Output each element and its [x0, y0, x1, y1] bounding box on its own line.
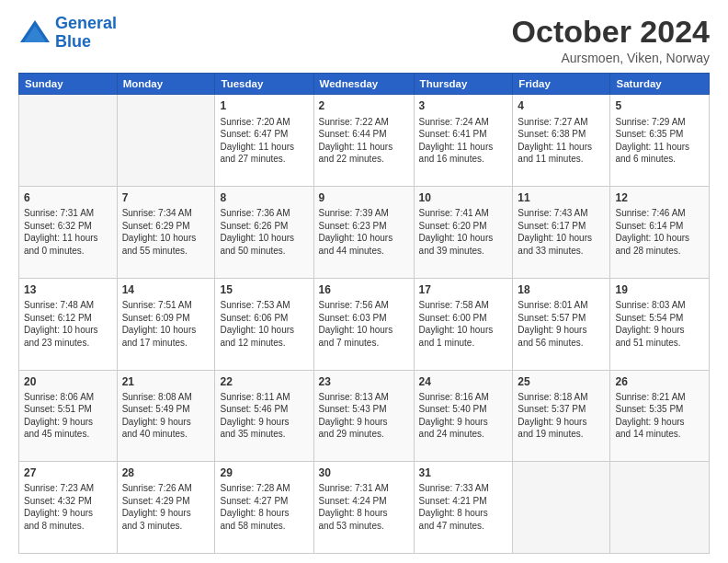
logo-text: General Blue: [55, 15, 117, 52]
week-row-1: 1Sunrise: 7:20 AM Sunset: 6:47 PM Daylig…: [19, 95, 710, 187]
logo-icon: [18, 17, 51, 50]
day-cell: 30Sunrise: 7:31 AM Sunset: 4:24 PM Dayli…: [313, 462, 414, 554]
day-number: 15: [220, 282, 308, 297]
day-cell: 9Sunrise: 7:39 AM Sunset: 6:23 PM Daylig…: [313, 187, 414, 279]
day-info: Sunrise: 8:03 AM Sunset: 5:54 PM Dayligh…: [615, 299, 704, 349]
calendar-subtitle: Aursmoen, Viken, Norway: [512, 51, 710, 65]
day-cell: 27Sunrise: 7:23 AM Sunset: 4:32 PM Dayli…: [19, 462, 118, 554]
day-cell: 21Sunrise: 8:08 AM Sunset: 5:49 PM Dayli…: [117, 370, 215, 462]
day-number: 8: [220, 190, 308, 205]
day-info: Sunrise: 8:11 AM Sunset: 5:46 PM Dayligh…: [220, 391, 308, 441]
logo-line1: General: [55, 14, 117, 32]
day-cell: 2Sunrise: 7:22 AM Sunset: 6:44 PM Daylig…: [313, 95, 414, 187]
day-number: 28: [122, 465, 210, 480]
day-info: Sunrise: 7:58 AM Sunset: 6:00 PM Dayligh…: [419, 299, 508, 349]
day-info: Sunrise: 7:39 AM Sunset: 6:23 PM Dayligh…: [319, 207, 409, 257]
day-info: Sunrise: 7:27 AM Sunset: 6:38 PM Dayligh…: [518, 116, 605, 166]
day-cell: 3Sunrise: 7:24 AM Sunset: 6:41 PM Daylig…: [414, 95, 513, 187]
day-cell: 10Sunrise: 7:41 AM Sunset: 6:20 PM Dayli…: [414, 187, 513, 279]
logo-line2: Blue: [55, 32, 91, 51]
day-info: Sunrise: 8:21 AM Sunset: 5:35 PM Dayligh…: [615, 391, 704, 441]
col-header-thursday: Thursday: [414, 74, 513, 95]
day-cell: 25Sunrise: 8:18 AM Sunset: 5:37 PM Dayli…: [513, 370, 610, 462]
day-number: 5: [615, 98, 704, 113]
day-info: Sunrise: 8:18 AM Sunset: 5:37 PM Dayligh…: [518, 391, 605, 441]
day-cell: 16Sunrise: 7:56 AM Sunset: 6:03 PM Dayli…: [313, 278, 414, 370]
col-header-friday: Friday: [513, 74, 610, 95]
day-cell: 5Sunrise: 7:29 AM Sunset: 6:35 PM Daylig…: [610, 95, 710, 187]
day-number: 17: [419, 282, 508, 297]
col-header-sunday: Sunday: [19, 74, 118, 95]
day-info: Sunrise: 7:48 AM Sunset: 6:12 PM Dayligh…: [24, 299, 112, 349]
day-info: Sunrise: 7:46 AM Sunset: 6:14 PM Dayligh…: [615, 207, 704, 257]
day-number: 25: [518, 374, 605, 389]
day-info: Sunrise: 7:43 AM Sunset: 6:17 PM Dayligh…: [518, 207, 605, 257]
day-info: Sunrise: 7:33 AM Sunset: 4:21 PM Dayligh…: [419, 482, 508, 532]
day-info: Sunrise: 7:31 AM Sunset: 6:32 PM Dayligh…: [24, 207, 112, 257]
day-number: 23: [319, 374, 409, 389]
day-cell: 28Sunrise: 7:26 AM Sunset: 4:29 PM Dayli…: [117, 462, 215, 554]
day-cell: 17Sunrise: 7:58 AM Sunset: 6:00 PM Dayli…: [414, 278, 513, 370]
week-row-3: 13Sunrise: 7:48 AM Sunset: 6:12 PM Dayli…: [19, 278, 710, 370]
day-info: Sunrise: 8:01 AM Sunset: 5:57 PM Dayligh…: [518, 299, 605, 349]
day-cell: 24Sunrise: 8:16 AM Sunset: 5:40 PM Dayli…: [414, 370, 513, 462]
day-number: 7: [122, 190, 210, 205]
day-number: 13: [24, 282, 112, 297]
day-info: Sunrise: 8:13 AM Sunset: 5:43 PM Dayligh…: [319, 391, 409, 441]
day-number: 22: [220, 374, 308, 389]
day-cell: [610, 462, 710, 554]
day-cell: [513, 462, 610, 554]
day-number: 18: [518, 282, 605, 297]
header: General Blue October 2024 Aursmoen, Vike…: [18, 15, 710, 65]
day-number: 21: [122, 374, 210, 389]
title-block: October 2024 Aursmoen, Viken, Norway: [512, 15, 710, 65]
day-info: Sunrise: 8:16 AM Sunset: 5:40 PM Dayligh…: [419, 391, 508, 441]
day-info: Sunrise: 7:41 AM Sunset: 6:20 PM Dayligh…: [419, 207, 508, 257]
page: General Blue October 2024 Aursmoen, Vike…: [0, 0, 728, 563]
day-number: 12: [615, 190, 704, 205]
calendar-table: SundayMondayTuesdayWednesdayThursdayFrid…: [18, 73, 710, 554]
day-cell: 8Sunrise: 7:36 AM Sunset: 6:26 PM Daylig…: [215, 187, 313, 279]
day-cell: 12Sunrise: 7:46 AM Sunset: 6:14 PM Dayli…: [610, 187, 710, 279]
week-row-5: 27Sunrise: 7:23 AM Sunset: 4:32 PM Dayli…: [19, 462, 710, 554]
day-cell: 18Sunrise: 8:01 AM Sunset: 5:57 PM Dayli…: [513, 278, 610, 370]
day-number: 19: [615, 282, 704, 297]
day-number: 30: [319, 465, 409, 480]
col-header-monday: Monday: [117, 74, 215, 95]
calendar-title: October 2024: [512, 15, 710, 49]
day-info: Sunrise: 7:34 AM Sunset: 6:29 PM Dayligh…: [122, 207, 210, 257]
day-info: Sunrise: 7:53 AM Sunset: 6:06 PM Dayligh…: [220, 299, 308, 349]
day-info: Sunrise: 8:08 AM Sunset: 5:49 PM Dayligh…: [122, 391, 210, 441]
day-info: Sunrise: 8:06 AM Sunset: 5:51 PM Dayligh…: [24, 391, 112, 441]
day-number: 24: [419, 374, 508, 389]
day-cell: 31Sunrise: 7:33 AM Sunset: 4:21 PM Dayli…: [414, 462, 513, 554]
week-row-2: 6Sunrise: 7:31 AM Sunset: 6:32 PM Daylig…: [19, 187, 710, 279]
day-number: 29: [220, 465, 308, 480]
day-info: Sunrise: 7:28 AM Sunset: 4:27 PM Dayligh…: [220, 482, 308, 532]
day-cell: 29Sunrise: 7:28 AM Sunset: 4:27 PM Dayli…: [215, 462, 313, 554]
day-cell: 20Sunrise: 8:06 AM Sunset: 5:51 PM Dayli…: [19, 370, 118, 462]
week-row-4: 20Sunrise: 8:06 AM Sunset: 5:51 PM Dayli…: [19, 370, 710, 462]
day-number: 11: [518, 190, 605, 205]
day-number: 4: [518, 98, 605, 113]
day-info: Sunrise: 7:23 AM Sunset: 4:32 PM Dayligh…: [24, 482, 112, 532]
day-cell: 23Sunrise: 8:13 AM Sunset: 5:43 PM Dayli…: [313, 370, 414, 462]
day-number: 3: [419, 98, 508, 113]
day-cell: 26Sunrise: 8:21 AM Sunset: 5:35 PM Dayli…: [610, 370, 710, 462]
day-cell: [117, 95, 215, 187]
day-cell: [19, 95, 118, 187]
day-number: 31: [419, 465, 508, 480]
day-info: Sunrise: 7:31 AM Sunset: 4:24 PM Dayligh…: [319, 482, 409, 532]
logo: General Blue: [18, 15, 117, 52]
day-cell: 4Sunrise: 7:27 AM Sunset: 6:38 PM Daylig…: [513, 95, 610, 187]
day-cell: 1Sunrise: 7:20 AM Sunset: 6:47 PM Daylig…: [215, 95, 313, 187]
day-info: Sunrise: 7:20 AM Sunset: 6:47 PM Dayligh…: [220, 116, 308, 166]
day-cell: 6Sunrise: 7:31 AM Sunset: 6:32 PM Daylig…: [19, 187, 118, 279]
day-cell: 14Sunrise: 7:51 AM Sunset: 6:09 PM Dayli…: [117, 278, 215, 370]
day-info: Sunrise: 7:56 AM Sunset: 6:03 PM Dayligh…: [319, 299, 409, 349]
day-number: 20: [24, 374, 112, 389]
col-header-saturday: Saturday: [610, 74, 710, 95]
day-info: Sunrise: 7:36 AM Sunset: 6:26 PM Dayligh…: [220, 207, 308, 257]
day-cell: 22Sunrise: 8:11 AM Sunset: 5:46 PM Dayli…: [215, 370, 313, 462]
day-number: 6: [24, 190, 112, 205]
